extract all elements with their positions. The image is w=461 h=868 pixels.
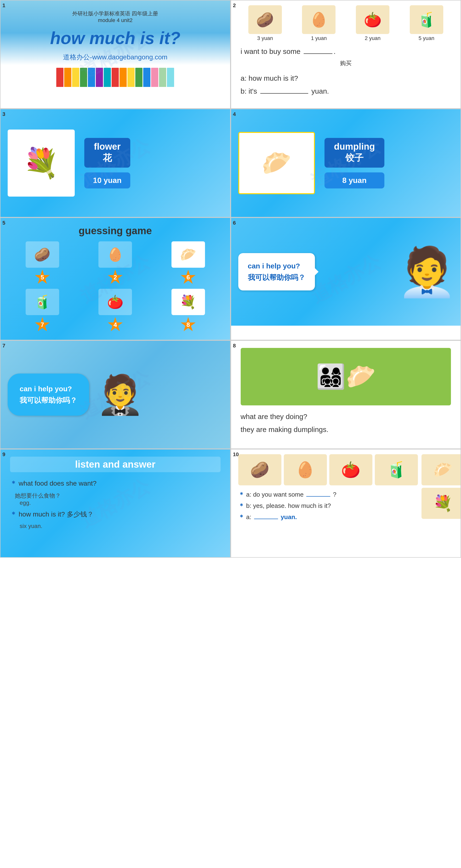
blank-10-2: [254, 519, 278, 519]
slide-number-5: 5: [2, 220, 5, 226]
slide5-content: 道格亦公 guessing game 🥔 5 🥚 2 🥟 6 🧃 7: [0, 218, 230, 340]
guess-item-6: 💐 8: [154, 289, 223, 333]
guess-num-6: 8: [180, 317, 196, 333]
speech-bubble-6: can i help you? 我可以帮助你吗？: [238, 253, 315, 290]
slide2-sentence1: i want to buy some . 购买: [241, 45, 451, 68]
scene-image-8: 👨‍👩‍👧‍👦🥟: [241, 348, 451, 405]
slide10-dumpling: 🥟: [422, 454, 461, 485]
food-img-juice: 🧃: [410, 5, 443, 34]
pencil-15: [167, 68, 174, 87]
slide2-b: b: it's yuan.: [241, 85, 451, 98]
food-img-tomato: 🍅: [356, 5, 390, 34]
pencil-7: [104, 68, 111, 87]
dumpling-image: 🥟: [238, 132, 315, 194]
star-2: ＊: [10, 510, 17, 518]
speech-bubble-7: can i help you? 我可以帮助你吗？: [8, 374, 89, 416]
slide1-content: 道格亦公 外研社版小学新标准英语 四年级上册 module 4 unit2 ho…: [0, 0, 230, 108]
food-price-juice: 5 yuan: [419, 35, 434, 41]
slide-number-4: 4: [233, 111, 236, 117]
slide8-question: what are they doing?: [241, 410, 451, 423]
blank-1: [304, 53, 332, 54]
slide-number-8: 8: [233, 343, 236, 349]
slide10-line3: ＊ a: yuan.: [238, 512, 418, 523]
pencil-5: [88, 68, 95, 87]
slide-2: 2 🥔 3 yuan 🥚 1 yuan 🍅 2 yuan 🧃 5 yuan: [230, 0, 461, 109]
slide-8: 8 👨‍👩‍👧‍👦🥟 what are they doing? they are…: [230, 340, 461, 449]
guess-img-6: 💐: [172, 289, 205, 315]
watermark-6: 道格亦公: [306, 249, 385, 309]
slide-7: 7 道格亦公 can i help you? 我可以帮助你吗？ 🤵: [0, 340, 230, 449]
flower-price-badge: 10 yuan: [84, 173, 130, 188]
food-item-tomato: 🍅 2 yuan: [356, 5, 390, 41]
slide3-right: flower 花 10 yuan: [84, 138, 130, 188]
slide-1: 1 道格亦公 外研社版小学新标准英语 四年级上册 module 4 unit2 …: [0, 0, 230, 109]
slide6-content: 道格亦公 can i help you? 我可以帮助你吗？ 🧑‍💼: [231, 218, 461, 326]
pencil-9: [120, 68, 127, 87]
pencil-1: [56, 68, 63, 87]
blank-2: [260, 93, 308, 94]
guess-num-3: 6: [180, 270, 196, 285]
slide-number-9: 9: [2, 452, 5, 458]
slide1-title: how much is it?: [50, 28, 180, 48]
slide-9: 9 道格亦公 listen and answer ＊ what food doe…: [0, 449, 230, 558]
slide3-content: 道格亦公 💐 flower 花 10 yuan: [0, 109, 230, 217]
guess-item-3: 🥟 6: [154, 241, 223, 285]
guess-num-4: 7: [34, 317, 50, 333]
slide-4: 4 道格亦公 🥟 dumpling 饺子 8 yuan: [230, 109, 461, 217]
slide2-qa: a: how much is it? b: it's yuan.: [241, 72, 451, 98]
guess-img-2: 🥚: [98, 241, 132, 268]
qa-q1-chinese: 她想要什么食物？: [15, 492, 221, 499]
waiter-figure-6: 🧑‍💼: [401, 234, 453, 310]
pencils-row: [10, 68, 221, 87]
guess-img-1: 🥔: [26, 241, 59, 268]
pencil-14: [159, 68, 166, 87]
flower-word-badge: flower 花: [84, 138, 130, 167]
speech-text-7: can i help you? 我可以帮助你吗？: [20, 383, 77, 406]
slide10-side-foods: 🥟 💐: [422, 454, 461, 523]
slide7-content: 道格亦公 can i help you? 我可以帮助你吗？ 🤵: [0, 341, 230, 448]
slide10-content: 🥔 🥚 🍅 🧃 ＊ a: do you want some ? ＊ b: yes…: [231, 450, 461, 557]
food-item-egg: 🥚 1 yuan: [302, 5, 336, 41]
guess-num-5: 4: [107, 317, 123, 333]
slide8-content: 👨‍👩‍👧‍👦🥟 what are they doing? they are m…: [231, 341, 461, 448]
slide-6: 6 道格亦公 can i help you? 我可以帮助你吗？ 🧑‍💼: [230, 217, 461, 340]
dumpling-word-badge: dumpling 饺子: [325, 138, 385, 167]
guess-num-2: 2: [107, 270, 123, 285]
qa-q2: ＊ how much is it? 多少钱？: [10, 509, 221, 520]
slide2-content: 🥔 3 yuan 🥚 1 yuan 🍅 2 yuan 🧃 5 yuan i wa…: [231, 0, 461, 108]
pencil-13: [151, 68, 158, 87]
blank-10-1: [306, 496, 330, 497]
food-price-potato: 3 yuan: [257, 35, 273, 41]
slide8-answer: they are making dumplings.: [241, 423, 451, 436]
waiter-figure-7: 🤵: [96, 375, 144, 414]
guess-grid: 🥔 5 🥚 2 🥟 6 🧃 7 🍅 4: [8, 241, 223, 333]
slide-number-6: 6: [233, 220, 236, 226]
slide1-website: 道格办公-www.daogebangong.com: [63, 53, 167, 62]
slide10-line2: ＊ b: yes, please. how much is it?: [238, 500, 418, 512]
slide10-potato: 🥔: [238, 454, 281, 485]
guess-item-1: 🥔 5: [8, 241, 77, 285]
slide-3: 3 道格亦公 💐 flower 花 10 yuan: [0, 109, 230, 217]
guess-item-2: 🥚 2: [81, 241, 150, 285]
qa-q2-answer: six yuan.: [20, 523, 221, 529]
slide-number-3: 3: [2, 111, 5, 117]
pencil-4: [80, 68, 87, 87]
slide-number-2: 2: [233, 2, 236, 9]
slide-5: 5 道格亦公 guessing game 🥔 5 🥚 2 🥟 6 🧃: [0, 217, 230, 340]
slide10-layout: 🥔 🥚 🍅 🧃 ＊ a: do you want some ? ＊ b: yes…: [238, 454, 454, 523]
slide4-right: dumpling 饺子 8 yuan: [325, 138, 385, 188]
pencil-2: [64, 68, 71, 87]
slide-number-10: 10: [233, 452, 239, 458]
qa-q1: ＊ what food does she want?: [10, 478, 221, 489]
pencil-6: [96, 68, 103, 87]
slide9-content: 道格亦公 listen and answer ＊ what food does …: [0, 450, 230, 557]
pencil-3: [72, 68, 79, 87]
slide10-line1: ＊ a: do you want some ?: [238, 489, 418, 500]
slide-number-1: 1: [2, 2, 5, 9]
slide10-flower: 💐: [422, 488, 461, 519]
guess-item-4: 🧃 7: [8, 289, 77, 333]
guess-item-5: 🍅 4: [81, 289, 150, 333]
star-1: ＊: [10, 479, 17, 487]
slide10-tomato: 🍅: [329, 454, 372, 485]
slide1-subtitle: 外研社版小学新标准英语 四年级上册 module 4 unit2: [72, 10, 158, 24]
